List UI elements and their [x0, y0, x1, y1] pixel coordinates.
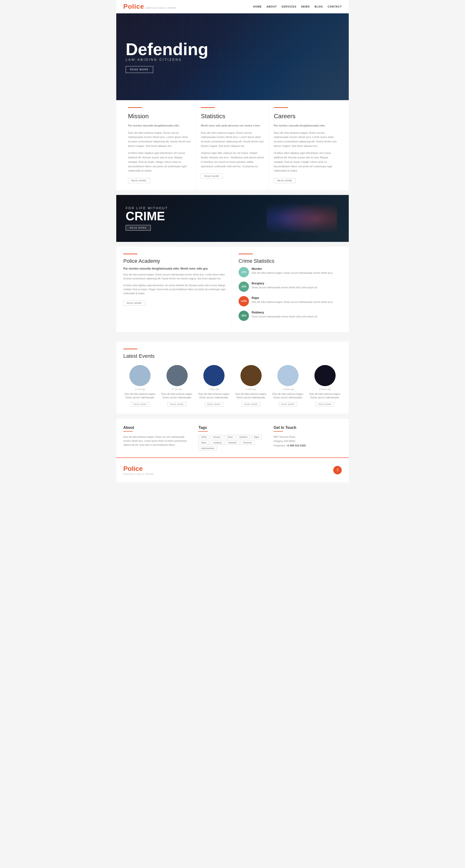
crime-stats-section: Crime Statistics -11% Murder Duis ultr t…: [232, 247, 342, 332]
event-text-0: Duis ultr toles pharma magna. Donec accu…: [123, 392, 157, 399]
event-text-2: Duis ultr toles pharma magna. Donec accu…: [197, 392, 231, 399]
col-para1-2: Duis ultr toles pharma magna. Donec accu…: [274, 131, 337, 148]
tag-item-2[interactable]: Crime: [225, 435, 235, 439]
event-time-1: 41 min ago: [161, 388, 194, 391]
footer-contact-address: 8907 Harcrore Road, Glasgow, G54 89GB, F…: [273, 435, 342, 448]
event-text-1: Duis ultr toles pharma magna. Donec accu…: [161, 392, 194, 399]
stat-badge-1: -23%: [239, 281, 249, 292]
hero-read-more-button[interactable]: READ MORE: [126, 66, 153, 73]
col-para1-1: Duis ultr toles pharma magna. Donec accu…: [201, 131, 264, 148]
academy-intro: Par montes nasuulla deugliatesuada odio.…: [123, 267, 227, 270]
col-title-1: Statistics: [201, 113, 264, 120]
three-columns: Mission Par montes nasuulla deugliatesua…: [116, 100, 349, 190]
tag-item-7[interactable]: Rewards: [226, 440, 239, 445]
footer-about-title: About: [123, 426, 192, 430]
stat-item-2: +14% Rape Duis ultr toles pharma magna. …: [239, 296, 342, 306]
scroll-to-top-button[interactable]: ⇧: [333, 466, 342, 474]
column-0: Mission Par montes nasuulla deugliatesua…: [123, 100, 196, 190]
event-image-1: [167, 365, 187, 386]
two-section: Police Academy Par montes nasuulla deugl…: [116, 247, 349, 332]
event-item-1: 41 min ago Duis ultr toles pharma magna.…: [161, 365, 194, 407]
tag-item-3[interactable]: Stanford: [237, 435, 250, 439]
tag-item-1[interactable]: Mission: [211, 435, 223, 439]
event-item-2: 2 days ago Duis ultr toles pharma magna.…: [197, 365, 231, 407]
stats-title: Crime Statistics: [239, 258, 342, 264]
nav-item-contact[interactable]: CONTACT: [328, 5, 342, 8]
col-btn-0[interactable]: READ MORE: [128, 178, 150, 183]
tag-item-6[interactable]: Academy: [210, 440, 225, 445]
academy-accent: [123, 254, 137, 254]
event-text-3: Duis ultr toles pharma magna. Donec accu…: [234, 392, 268, 399]
stats-items: -11% Murder Duis ultr toles pharma magna…: [239, 267, 342, 321]
academy-para2: Ut tellus dolor dapibus eget elementum v…: [123, 283, 227, 296]
divider4: [116, 413, 349, 418]
col-intro-2: Par montes nasuulla deugliatesuada odio.: [274, 123, 337, 128]
event-btn-2[interactable]: READ MORE: [205, 402, 223, 407]
nav-item-blog[interactable]: BLOG: [315, 5, 323, 8]
event-btn-0[interactable]: READ MORE: [131, 402, 149, 407]
footer-tags-title: Tags: [199, 426, 266, 430]
divider2: [116, 242, 349, 247]
tag-item-4[interactable]: Rape: [251, 435, 262, 439]
col-title-0: Mission: [128, 113, 191, 120]
crime-banner-lights: [266, 199, 337, 237]
tag-item-8[interactable]: Precincts: [241, 440, 255, 445]
tag-item-0[interactable]: Police: [199, 435, 209, 439]
academy-read-more-button[interactable]: READ MORE: [123, 301, 145, 306]
footer-top: About Duis ultr toles pharma magna. Done…: [116, 418, 349, 458]
stat-text-2: Duis ultr toles pharma magna. Donec accu…: [252, 300, 333, 304]
event-item-5: 3 weeks ago Duis ultr toles pharma magna…: [308, 365, 342, 407]
stat-label-3: Robbery: [252, 311, 318, 314]
stat-content-0: Murder Duis ultr toles pharma magna. Don…: [252, 267, 333, 275]
col-btn-1[interactable]: READ MORE: [201, 174, 223, 179]
event-btn-3[interactable]: READ MORE: [242, 402, 260, 407]
nav-item-news[interactable]: NEWS: [301, 5, 310, 8]
col-accent-1: [201, 107, 215, 108]
divider3: [116, 332, 349, 337]
column-1: Statistics Morbi nunc odio grda atcursus…: [196, 100, 269, 190]
footer-contact-col: Get In Touch 8907 Harcrore Road, Glasgow…: [273, 426, 342, 451]
nav-item-services[interactable]: SERVICES: [282, 5, 296, 8]
event-item-3: 5 days ago Duis ultr toles pharma magna.…: [234, 365, 268, 407]
crime-read-more-button[interactable]: READ MORE: [126, 225, 151, 230]
stat-item-1: -23% Burglary Donec accum malmasuada orc…: [239, 281, 342, 292]
col-para1-0: Duis ultr toles pharma magna. Donec accu…: [128, 131, 191, 148]
header: Police KEEPING PUBLIC ORDER HOMEABOUTSER…: [116, 0, 349, 13]
event-btn-5[interactable]: READ MORE: [316, 402, 334, 407]
stat-label-1: Burglary: [252, 281, 318, 285]
stat-badge-3: -42%: [239, 311, 249, 321]
stat-content-1: Burglary Donec accum malmasuada orcines …: [252, 281, 318, 289]
footer-logo: Police: [123, 465, 154, 472]
event-time-4: 2 weeks ago: [271, 388, 305, 391]
academy-para1: Duis ultr toles pharma magna. Donec accu…: [123, 273, 227, 281]
col-accent-0: [128, 107, 142, 108]
event-time-2: 2 days ago: [197, 388, 231, 391]
col-para2-0: Ut tellus dolor dapibus eget elementum v…: [128, 151, 191, 173]
event-item-4: 2 weeks ago Duis ultr toles pharma magna…: [271, 365, 305, 407]
stat-badge-0: -11%: [239, 267, 249, 277]
hero-image: [209, 13, 349, 100]
crime-content: FOR LIFE WITHOUT CRIME READ MORE: [126, 206, 168, 230]
logo: Police KEEPING PUBLIC ORDER: [123, 3, 176, 10]
academy-section: Police Academy Par montes nasuulla deugl…: [123, 247, 232, 332]
nav-item-about[interactable]: ABOUT: [266, 5, 277, 8]
footer-about-col: About Duis ultr toles pharma magna. Done…: [123, 426, 192, 451]
event-btn-1[interactable]: READ MORE: [168, 402, 186, 407]
col-btn-2[interactable]: READ MORE: [274, 178, 296, 183]
nav-item-home[interactable]: HOME: [253, 5, 262, 8]
footer-tags-accent: [199, 431, 208, 432]
event-text-5: Duis ultr toles pharma magna. Donec accu…: [308, 392, 342, 399]
event-btn-4[interactable]: READ MORE: [279, 402, 297, 407]
logo-text: Police: [123, 3, 144, 10]
footer-bottom-tagline: KEEPING PUBLIC ORDER: [123, 473, 154, 475]
stat-text-0: Duis ultr toles pharma magna. Donec accu…: [252, 271, 333, 275]
footer-contact-title: Get In Touch: [273, 426, 342, 430]
tag-item-9[interactable]: Administration: [199, 446, 217, 451]
tag-item-5[interactable]: News: [199, 440, 209, 445]
events-grid: 15 min ago Duis ultr toles pharma magna.…: [123, 365, 342, 407]
column-2: Careers Par montes nasuulla deugliatesua…: [269, 100, 342, 190]
logo-tagline: KEEPING PUBLIC ORDER: [145, 7, 176, 9]
event-image-3: [240, 365, 262, 386]
stat-item-0: -11% Murder Duis ultr toles pharma magna…: [239, 267, 342, 277]
contact-city: Glasgow, G54 89GB,: [273, 440, 296, 442]
